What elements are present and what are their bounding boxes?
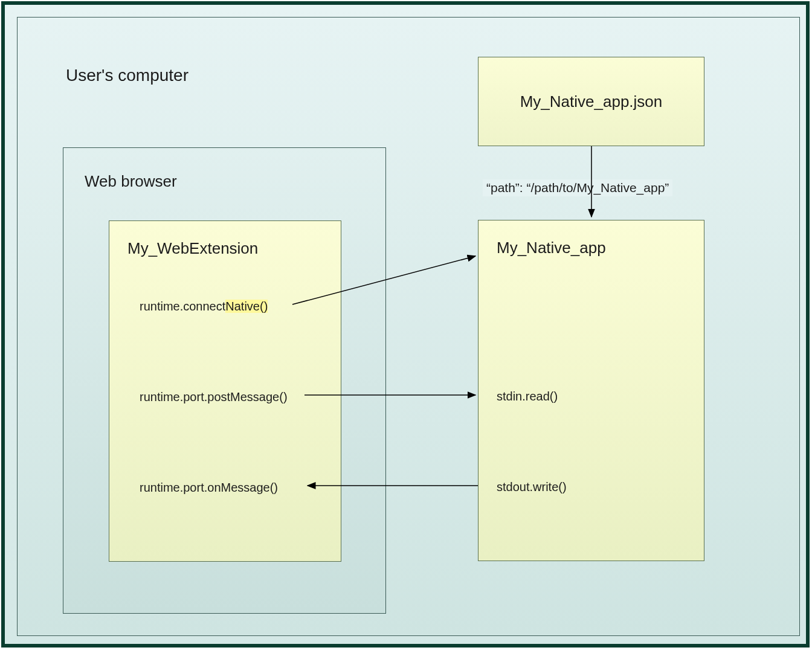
- webextension-title: My_WebExtension: [127, 239, 258, 258]
- native-app-title: My_Native_app: [497, 239, 606, 257]
- user-computer-label: User's computer: [66, 66, 188, 85]
- api-connect-native: runtime.connectNative(): [140, 300, 268, 313]
- native-manifest-title: My_Native_app.json: [478, 92, 704, 111]
- api-on-message: runtime.port.onMessage(): [140, 481, 278, 495]
- native-app-box: My_Native_app stdin.read() stdout.write(…: [478, 220, 704, 561]
- diagram-frame: User's computer Web browser My_WebExtens…: [1, 1, 810, 648]
- api-post-message: runtime.port.postMessage(): [140, 390, 288, 404]
- stdin-read: stdin.read(): [497, 390, 558, 403]
- webextension-box: My_WebExtension runtime.connectNative() …: [109, 220, 341, 562]
- user-computer-box: User's computer Web browser My_WebExtens…: [17, 17, 800, 636]
- manifest-path-label: “path”: “/path/to/My_Native_app”: [483, 179, 672, 196]
- native-manifest-box: My_Native_app.json: [478, 57, 704, 146]
- stdout-write: stdout.write(): [497, 480, 567, 494]
- web-browser-label: Web browser: [85, 172, 177, 191]
- web-browser-box: Web browser My_WebExtension runtime.conn…: [63, 147, 386, 614]
